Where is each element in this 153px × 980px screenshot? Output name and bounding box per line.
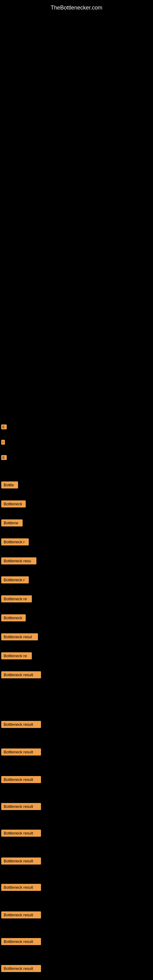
small-label-c: E xyxy=(1,455,7,460)
site-title: TheBottlenecker.com xyxy=(0,2,153,14)
small-item-a: E xyxy=(1,424,7,430)
small-item-c: E xyxy=(1,455,7,460)
bottleneck-item-7: Bottleneck re xyxy=(1,595,32,602)
bottleneck-item-12: Bottleneck result xyxy=(1,721,41,728)
bottleneck-item-20: Bottleneck result xyxy=(1,938,41,945)
bottleneck-item-5: Bottleneck resu xyxy=(1,557,37,565)
bottleneck-label-3: Bottlene xyxy=(1,519,22,527)
bottleneck-label-9: Bottleneck resul xyxy=(1,633,38,640)
bottleneck-label-16: Bottleneck result xyxy=(1,830,41,837)
bottleneck-label-12: Bottleneck result xyxy=(1,721,41,728)
bottleneck-item-13: Bottleneck result xyxy=(1,748,41,756)
bottleneck-item-6: Bottleneck r xyxy=(1,576,29,584)
bottleneck-label-5: Bottleneck resu xyxy=(1,557,37,565)
small-label-b: I xyxy=(1,440,5,445)
bottleneck-item-15: Bottleneck result xyxy=(1,803,41,810)
bottleneck-label-20: Bottleneck result xyxy=(1,938,41,945)
bottleneck-item-1: Bottle xyxy=(1,481,18,488)
bottleneck-label-21: Bottleneck result xyxy=(1,965,41,972)
bottleneck-item-17: Bottleneck result xyxy=(1,858,41,865)
bottleneck-item-9: Bottleneck resul xyxy=(1,633,38,640)
bottleneck-item-19: Bottleneck result xyxy=(1,912,41,918)
small-label-a: E xyxy=(1,425,7,430)
bottleneck-label-8: Bottleneck xyxy=(1,614,26,621)
bottleneck-label-2: Bottleneck xyxy=(1,500,26,508)
bottleneck-item-4: Bottleneck r xyxy=(1,538,29,546)
bottleneck-label-19: Bottleneck result xyxy=(1,912,41,918)
bottleneck-label-13: Bottleneck result xyxy=(1,748,41,756)
bottleneck-label-7: Bottleneck re xyxy=(1,595,32,602)
bottleneck-item-10: Bottleneck re xyxy=(1,652,32,659)
bottleneck-label-14: Bottleneck result xyxy=(1,776,41,783)
bottleneck-label-10: Bottleneck re xyxy=(1,652,32,659)
small-item-b: I xyxy=(1,439,5,445)
bottleneck-item-3: Bottlene xyxy=(1,519,22,527)
bottleneck-item-8: Bottleneck xyxy=(1,614,26,621)
bottleneck-label-17: Bottleneck result xyxy=(1,858,41,865)
bottleneck-item-18: Bottleneck result xyxy=(1,884,41,891)
bottleneck-item-21: Bottleneck result xyxy=(1,965,41,972)
bottleneck-label-15: Bottleneck result xyxy=(1,803,41,810)
bottleneck-label-6: Bottleneck r xyxy=(1,576,29,584)
bottleneck-item-2: Bottleneck xyxy=(1,500,26,508)
bottleneck-item-14: Bottleneck result xyxy=(1,776,41,783)
bottleneck-label-1: Bottle xyxy=(1,481,18,488)
bottleneck-item-16: Bottleneck result xyxy=(1,830,41,837)
bottleneck-label-4: Bottleneck r xyxy=(1,538,29,546)
bottleneck-item-11: Bottleneck result xyxy=(1,671,41,678)
bottleneck-label-18: Bottleneck result xyxy=(1,884,41,891)
bottleneck-label-11: Bottleneck result xyxy=(1,671,41,678)
